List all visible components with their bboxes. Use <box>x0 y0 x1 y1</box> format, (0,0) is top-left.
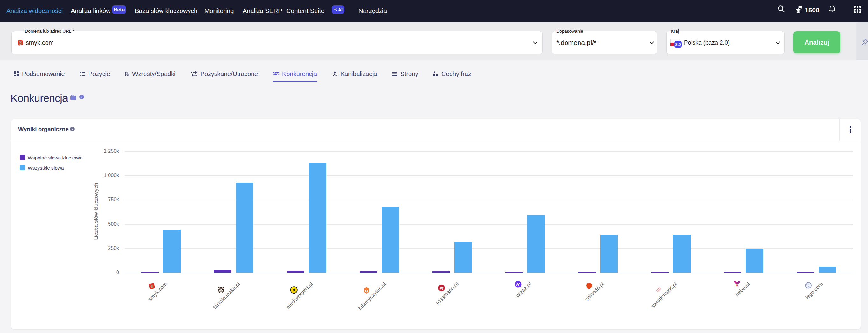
svg-text:S: S <box>151 284 154 289</box>
